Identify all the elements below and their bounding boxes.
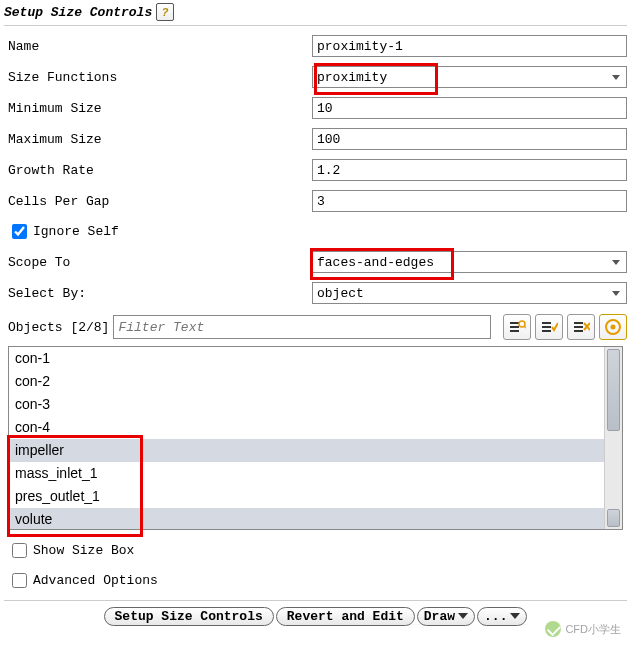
- draw-button[interactable]: Draw: [417, 607, 475, 626]
- setup-size-controls-button[interactable]: Setup Size Controls: [104, 607, 274, 626]
- advanced-options-checkbox[interactable]: [12, 573, 27, 588]
- list-item[interactable]: con-4: [9, 416, 604, 439]
- label-advanced-options: Advanced Options: [33, 573, 158, 588]
- max-size-field[interactable]: [312, 128, 627, 150]
- label-min-size: Minimum Size: [4, 101, 312, 116]
- row-growth-rate: Growth Rate: [4, 159, 627, 181]
- objects-scrollbar[interactable]: [604, 347, 622, 529]
- growth-rate-field[interactable]: [312, 159, 627, 181]
- panel-header: Setup Size Controls ?: [4, 0, 627, 26]
- deselect-all-button[interactable]: [567, 314, 595, 340]
- objects-listbox[interactable]: con-1con-2con-3con-4impellermass_inlet_1…: [8, 346, 623, 530]
- svg-marker-16: [510, 613, 520, 619]
- row-name: Name: [4, 35, 627, 57]
- label-cells-per-gap: Cells Per Gap: [4, 194, 312, 209]
- name-field[interactable]: [312, 35, 627, 57]
- list-x-icon: [572, 319, 590, 335]
- objects-header: Objects [2/8]: [4, 314, 627, 340]
- svg-marker-15: [458, 613, 468, 619]
- more-button[interactable]: ...: [477, 607, 527, 626]
- svg-line-11: [584, 323, 590, 330]
- svg-point-3: [519, 321, 525, 327]
- cells-per-gap-field[interactable]: [312, 190, 627, 212]
- filter-lines-icon: [508, 319, 526, 335]
- list-check-icon: [540, 319, 558, 335]
- label-select-by: Select By:: [4, 286, 312, 301]
- row-scope-to: Scope To faces-and-edges: [4, 251, 627, 273]
- row-advanced-options: Advanced Options: [4, 570, 627, 591]
- size-functions-value: proximity: [317, 70, 387, 85]
- target-icon: [604, 318, 622, 336]
- list-item[interactable]: impeller: [9, 439, 604, 462]
- scope-to-value: faces-and-edges: [317, 255, 434, 270]
- list-item[interactable]: con-3: [9, 393, 604, 416]
- label-name: Name: [4, 39, 312, 54]
- setup-size-controls-panel: Setup Size Controls ? Name Size Function…: [0, 0, 631, 667]
- svg-line-4: [524, 326, 526, 328]
- panel-title: Setup Size Controls: [4, 5, 152, 20]
- chevron-down-icon: [510, 613, 520, 621]
- show-size-box-checkbox[interactable]: [12, 543, 27, 558]
- list-item[interactable]: con-1: [9, 347, 604, 370]
- list-item[interactable]: pres_outlet_1: [9, 485, 604, 508]
- label-show-size-box: Show Size Box: [33, 543, 134, 558]
- objects-heading: Objects [2/8]: [8, 320, 109, 335]
- select-by-dropdown[interactable]: object: [312, 282, 627, 304]
- select-by-value: object: [317, 286, 364, 301]
- label-scope-to: Scope To: [4, 255, 312, 270]
- help-icon[interactable]: ?: [156, 3, 174, 21]
- row-size-functions: Size Functions proximity: [4, 66, 627, 88]
- label-max-size: Maximum Size: [4, 132, 312, 147]
- chevron-down-icon: [458, 613, 468, 621]
- list-item[interactable]: con-2: [9, 370, 604, 393]
- filter-toggle-button[interactable]: [503, 314, 531, 340]
- scroll-thumb-bottom[interactable]: [607, 509, 620, 527]
- row-ignore-self: Ignore Self: [4, 221, 627, 242]
- svg-point-13: [606, 320, 620, 334]
- list-item[interactable]: volute: [9, 508, 604, 529]
- size-functions-dropdown[interactable]: proximity: [312, 66, 627, 88]
- scope-to-dropdown[interactable]: faces-and-edges: [312, 251, 627, 273]
- select-all-button[interactable]: [535, 314, 563, 340]
- target-button[interactable]: [599, 314, 627, 340]
- revert-and-edit-button[interactable]: Revert and Edit: [276, 607, 415, 626]
- row-max-size: Maximum Size: [4, 128, 627, 150]
- label-size-functions: Size Functions: [4, 70, 312, 85]
- scroll-thumb-top[interactable]: [607, 349, 620, 431]
- row-min-size: Minimum Size: [4, 97, 627, 119]
- label-ignore-self: Ignore Self: [33, 224, 119, 239]
- footer-options: Show Size Box Advanced Options: [4, 540, 627, 591]
- objects-filter-input[interactable]: [113, 315, 491, 339]
- list-item[interactable]: mass_inlet_1: [9, 462, 604, 485]
- ignore-self-checkbox[interactable]: [12, 224, 27, 239]
- svg-point-14: [611, 325, 616, 330]
- min-size-field[interactable]: [312, 97, 627, 119]
- label-growth-rate: Growth Rate: [4, 163, 312, 178]
- row-show-size-box: Show Size Box: [4, 540, 627, 561]
- row-select-by: Select By: object: [4, 282, 627, 304]
- more-button-label: ...: [484, 609, 507, 624]
- svg-line-12: [584, 323, 590, 330]
- draw-button-label: Draw: [424, 609, 455, 624]
- row-cells-per-gap: Cells Per Gap: [4, 190, 627, 212]
- bottom-button-bar: Setup Size Controls Revert and Edit Draw…: [4, 600, 627, 626]
